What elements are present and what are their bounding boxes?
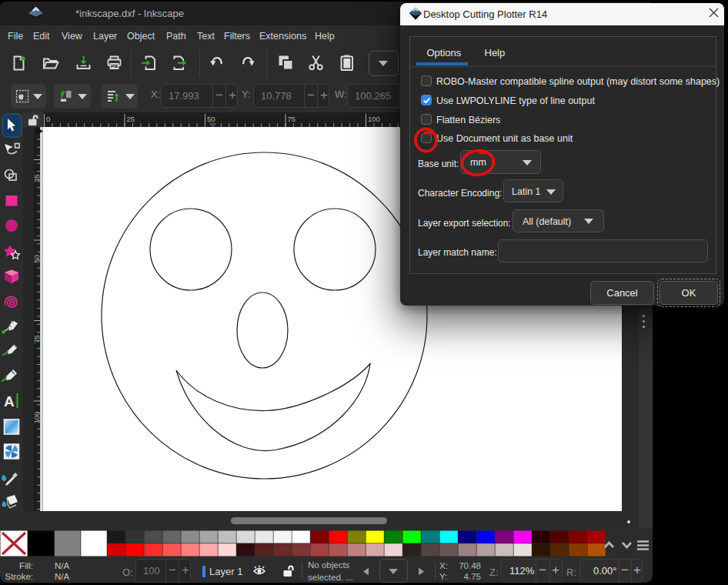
svg-text:25: 25 — [127, 115, 135, 123]
svg-text:75: 75 — [288, 115, 296, 123]
svg-text:25: 25 — [34, 174, 40, 182]
svg-text:100: 100 — [368, 115, 380, 123]
svg-text:50: 50 — [34, 255, 40, 263]
svg-text:A: A — [4, 393, 15, 410]
svg-text:75: 75 — [34, 335, 40, 343]
svg-text:50: 50 — [207, 115, 215, 123]
svg-text:0: 0 — [46, 115, 50, 123]
svg-text:100: 100 — [34, 412, 40, 424]
